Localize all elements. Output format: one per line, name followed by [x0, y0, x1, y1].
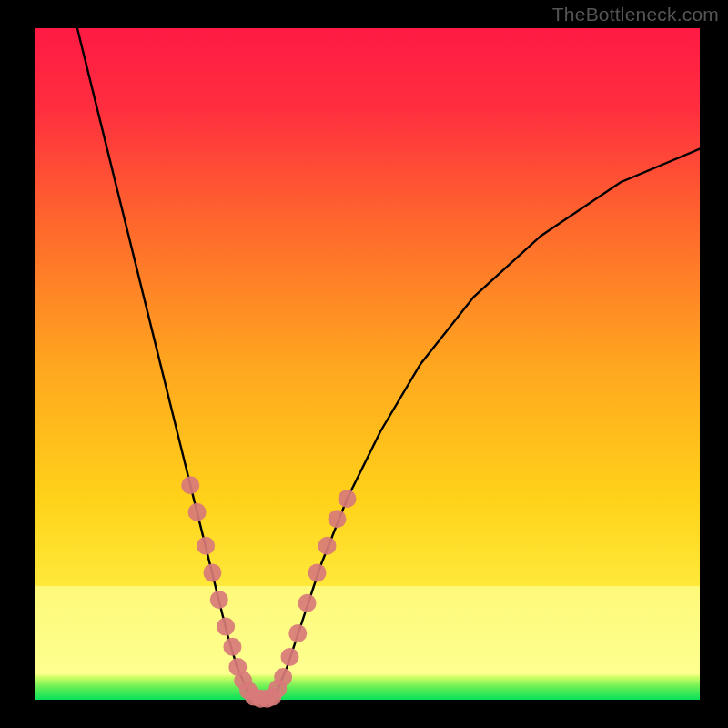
bottleneck-chart [0, 0, 728, 728]
sample-marker [210, 591, 228, 609]
plot-background [34, 27, 701, 701]
sample-marker [318, 537, 337, 555]
sample-marker [274, 668, 292, 686]
sample-marker [298, 594, 317, 612]
sample-marker [223, 638, 241, 656]
sample-marker [217, 618, 235, 636]
sample-marker [288, 624, 307, 642]
sample-marker [203, 563, 221, 581]
sample-marker [280, 648, 298, 666]
sample-marker [308, 563, 327, 581]
watermark-text: TheBottleneck.com [552, 4, 719, 25]
sample-marker [181, 476, 199, 494]
sample-marker [329, 510, 347, 528]
sample-marker [339, 490, 357, 508]
sample-marker [188, 503, 207, 521]
chart-frame: TheBottleneck.com [0, 0, 728, 728]
sample-marker [197, 537, 215, 555]
